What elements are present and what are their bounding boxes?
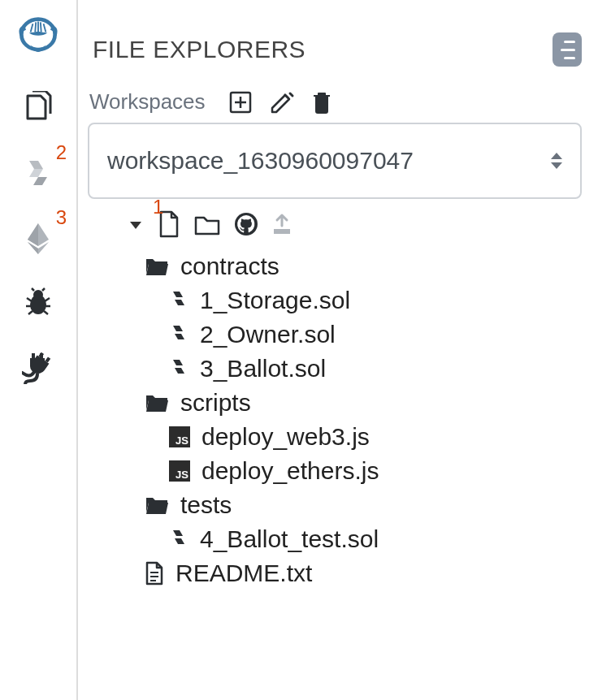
tree-item-label: deploy_web3.js — [202, 423, 370, 451]
text-file-icon — [145, 561, 164, 585]
file-deploy_web3.js[interactable]: JSdeploy_web3.js — [88, 420, 582, 454]
folder-open-icon — [145, 495, 169, 516]
sidebar-item-compiler[interactable]: 2 — [18, 153, 58, 193]
rename-workspace-icon[interactable] — [269, 90, 295, 115]
tree-item-label: 3_Ballot.sol — [200, 355, 326, 382]
collapse-caret-icon[interactable] — [130, 222, 141, 229]
solidity-file-icon — [169, 290, 188, 311]
file-explorer-panel: FILE EXPLORERS Workspaces — [78, 0, 598, 700]
tree-item-label: scripts — [180, 389, 251, 417]
create-workspace-icon[interactable] — [228, 90, 253, 115]
file-1_Storage.sol[interactable]: 1_Storage.sol — [88, 283, 582, 318]
bug-icon — [22, 287, 54, 319]
folder-tests[interactable]: tests — [88, 488, 582, 522]
upload-icon[interactable] — [271, 213, 292, 235]
github-icon[interactable] — [234, 212, 258, 236]
folder-scripts[interactable]: scripts — [88, 386, 582, 420]
tree-item-label: tests — [180, 491, 232, 519]
tree-item-label: contracts — [180, 253, 280, 280]
workspace-select[interactable]: workspace_1630960097047 — [88, 123, 582, 199]
folder-contracts[interactable]: contracts — [88, 249, 582, 283]
file-toolbar: 1 — [88, 210, 582, 238]
tree-item-label: 4_Ballot_test.sol — [200, 525, 379, 553]
workspaces-label: Workspaces — [89, 89, 206, 115]
delete-workspace-icon[interactable] — [311, 90, 332, 115]
tree-item-label: 2_Owner.sol — [200, 321, 336, 348]
ethereum-icon — [22, 222, 54, 254]
solidity-file-icon — [169, 324, 188, 345]
folder-open-icon — [145, 392, 169, 413]
js-file-icon: JS — [169, 426, 190, 447]
sidebar-item-file-explorer[interactable] — [18, 88, 58, 128]
toolbar-badge: 1 — [153, 196, 163, 218]
sidebar-item-deploy[interactable]: 3 — [18, 218, 58, 258]
panel-toggle-button[interactable] — [552, 32, 582, 67]
tree-item-label: 1_Storage.sol — [200, 287, 350, 314]
new-folder-icon[interactable] — [193, 213, 221, 235]
folder-open-icon — [145, 256, 169, 277]
file-3_Ballot.sol[interactable]: 3_Ballot.sol — [88, 352, 582, 386]
file-2_Owner.sol[interactable]: 2_Owner.sol — [88, 318, 582, 352]
file-4_Ballot_test.sol[interactable]: 4_Ballot_test.sol — [88, 522, 582, 556]
sidebar: 2 3 — [0, 0, 78, 700]
deploy-badge: 3 — [56, 206, 67, 229]
svg-rect-5 — [274, 229, 290, 234]
remix-logo[interactable] — [14, 15, 63, 63]
file-tree: contracts1_Storage.sol2_Owner.sol3_Ballo… — [88, 249, 582, 590]
file-README.txt[interactable]: README.txt — [88, 556, 582, 590]
file-deploy_ethers.js[interactable]: JSdeploy_ethers.js — [88, 454, 582, 488]
solidity-file-icon — [169, 529, 188, 550]
sidebar-item-debugger[interactable] — [18, 283, 58, 323]
files-icon — [21, 91, 55, 125]
sidebar-item-plugin-manager[interactable] — [18, 348, 58, 388]
solidity-file-icon — [169, 358, 188, 379]
tree-item-label: README.txt — [176, 560, 312, 587]
workspace-name: workspace_1630960097047 — [107, 147, 414, 175]
tree-item-label: deploy_ethers.js — [202, 457, 379, 485]
panel-title: FILE EXPLORERS — [93, 36, 306, 63]
plug-icon — [22, 352, 54, 384]
js-file-icon: JS — [169, 460, 190, 482]
compiler-badge: 2 — [56, 141, 67, 164]
solidity-icon — [23, 158, 54, 188]
svg-point-2 — [33, 290, 43, 300]
select-arrows-icon — [551, 153, 562, 169]
